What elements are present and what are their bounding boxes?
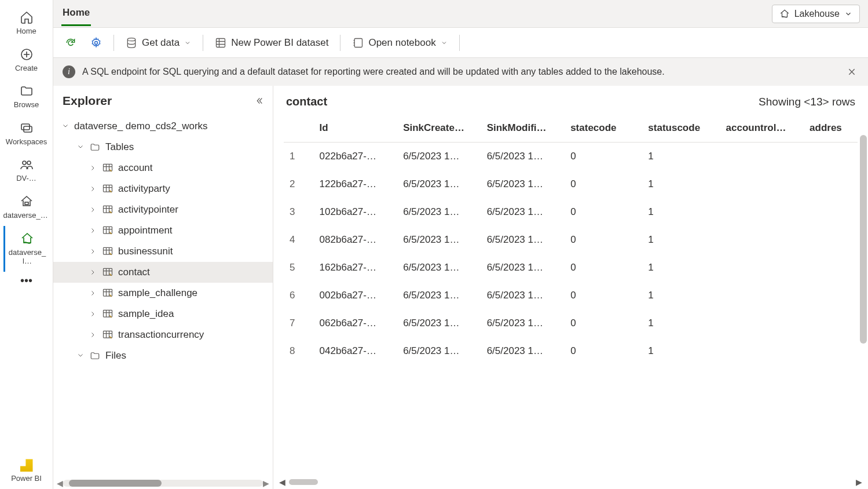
dataset-icon	[215, 37, 226, 49]
chevron-right-icon	[89, 206, 97, 213]
lakehouse-icon	[20, 232, 34, 246]
table-row[interactable]: 8042b6a27-…6/5/2023 1…6/5/2023 1…01	[284, 337, 858, 365]
rail-workspaces-label: Workspaces	[6, 137, 47, 147]
home-icon	[20, 10, 34, 24]
table-row[interactable]: 3102b6a27-…6/5/2023 1…6/5/2023 1…01	[284, 198, 858, 226]
column-header[interactable]: statecode	[565, 114, 642, 143]
rail-workspaces[interactable]: Workspaces	[3, 115, 50, 152]
refresh-button[interactable]	[59, 34, 82, 52]
lakehouse-selector[interactable]: Lakehouse	[772, 5, 860, 23]
chevron-right-icon	[89, 331, 97, 338]
data-pane: contact Showing <13> rows IdSinkCreate…S…	[273, 86, 868, 489]
row-number: 3	[284, 198, 314, 226]
rail-selected-lakehouse[interactable]: dataverse_ l…	[3, 226, 50, 272]
row-number: 6	[284, 282, 314, 309]
grid-scroll-area[interactable]: IdSinkCreate…SinkModifi…statecodestatusc…	[273, 114, 868, 475]
settings-button[interactable]	[85, 34, 108, 52]
explorer-scrollbar[interactable]: ◀ ▶	[53, 477, 273, 489]
rail-browse[interactable]: Browse	[3, 78, 50, 115]
cell: 1	[642, 309, 720, 337]
column-header[interactable]: statuscode	[642, 114, 720, 143]
tree-table-appointment[interactable]: appointment	[53, 220, 273, 241]
column-header[interactable]: Id	[314, 114, 398, 143]
row-number: 4	[284, 226, 314, 254]
table-row[interactable]: 6002b6a27-…6/5/2023 1…6/5/2023 1…01	[284, 282, 858, 309]
new-dataset-button[interactable]: New Power BI dataset	[209, 34, 334, 52]
tree-table-contact[interactable]: contact	[53, 262, 273, 283]
column-header[interactable]: addres	[804, 114, 858, 143]
scroll-right-icon: ▶	[263, 479, 269, 488]
tab-home[interactable]: Home	[61, 1, 91, 26]
cell: 6/5/2023 1…	[481, 337, 565, 365]
workspaces-icon	[20, 121, 34, 135]
cell	[720, 143, 804, 171]
table-row[interactable]: 2122b6a27-…6/5/2023 1…6/5/2023 1…01	[284, 170, 858, 198]
people-icon	[20, 158, 34, 171]
tree-table-transactioncurrency[interactable]: transactioncurrency	[53, 324, 273, 345]
column-header[interactable]: SinkModifi…	[481, 114, 565, 143]
cell	[804, 198, 858, 226]
cell: 6/5/2023 1…	[481, 143, 565, 171]
tree-tables[interactable]: Tables	[53, 137, 273, 158]
tree-table-businessunit[interactable]: businessunit	[53, 241, 273, 262]
column-header[interactable]: SinkCreate…	[397, 114, 481, 143]
horizontal-scrollbar[interactable]: ◀ ▶	[273, 475, 868, 489]
cell: 1	[642, 337, 720, 365]
table-row[interactable]: 5162b6a27-…6/5/2023 1…6/5/2023 1…01	[284, 254, 858, 282]
topbar: Home Lakehouse	[53, 0, 868, 28]
tree-table-activitypointer[interactable]: activitypointer	[53, 199, 273, 220]
tree-table-sample_idea[interactable]: sample_idea	[53, 304, 273, 324]
chevron-right-icon	[89, 165, 97, 171]
rail-more[interactable]: •••	[20, 274, 32, 287]
chevron-right-icon	[89, 227, 97, 234]
row-number: 1	[284, 143, 314, 171]
cell: 0	[565, 198, 642, 226]
cell: 6/5/2023 1…	[397, 170, 481, 198]
open-notebook-label: Open notebook	[368, 37, 435, 49]
banner-close-button[interactable]	[845, 65, 859, 79]
cell: 0	[565, 309, 642, 337]
rail-dv-label: DV-…	[16, 174, 36, 183]
rail-powerbi[interactable]: Power BI	[3, 453, 50, 489]
folder-icon	[89, 141, 101, 153]
collapse-explorer-button[interactable]	[254, 96, 263, 105]
table-label: transactioncurrency	[118, 329, 204, 341]
cell: 0	[565, 226, 642, 254]
cell	[720, 226, 804, 254]
cell: 042b6a27-…	[314, 337, 398, 365]
get-data-button[interactable]: Get data	[120, 34, 197, 52]
rail-dv-item[interactable]: DV-…	[3, 152, 50, 189]
cell: 6/5/2023 1…	[481, 309, 565, 337]
column-header[interactable]: accountrol…	[720, 114, 804, 143]
new-dataset-label: New Power BI dataset	[231, 37, 328, 49]
explorer-tree: dataverse_ demo_cds2_works Tables accoun…	[53, 112, 273, 477]
scroll-left-icon: ◀	[57, 479, 63, 488]
tree-files[interactable]: Files	[53, 345, 273, 366]
vertical-scrollbar[interactable]	[860, 135, 867, 344]
cell	[804, 282, 858, 309]
row-number: 2	[284, 170, 314, 198]
tree-table-sample_challenge[interactable]: sample_challenge	[53, 283, 273, 304]
cell: 6/5/2023 1…	[481, 282, 565, 309]
cell: 6/5/2023 1…	[397, 337, 481, 365]
rail-lakehouse-item[interactable]: dataverse_milindavdem…	[3, 189, 50, 226]
cell: 0	[565, 337, 642, 365]
svg-point-7	[127, 38, 135, 41]
open-notebook-button[interactable]: Open notebook	[346, 34, 453, 52]
table-label: activityparty	[118, 183, 170, 195]
rail-home[interactable]: Home	[3, 5, 50, 42]
tree-root[interactable]: dataverse_ demo_cds2_works	[53, 116, 273, 137]
table-row[interactable]: 7062b6a27-…6/5/2023 1…6/5/2023 1…01	[284, 309, 858, 337]
tree-table-account[interactable]: account	[53, 158, 273, 178]
rail-create[interactable]: Create	[3, 42, 50, 79]
chevron-down-icon	[441, 39, 448, 46]
cell	[804, 226, 858, 254]
chevron-right-icon	[89, 311, 97, 318]
table-label: activitypointer	[118, 204, 178, 216]
svg-rect-8	[217, 38, 225, 47]
table-row[interactable]: 4082b6a27-…6/5/2023 1…6/5/2023 1…01	[284, 226, 858, 254]
table-row[interactable]: 1022b6a27-…6/5/2023 1…6/5/2023 1…01	[284, 143, 858, 171]
svg-rect-5	[25, 202, 28, 205]
table-icon	[102, 246, 113, 257]
tree-table-activityparty[interactable]: activityparty	[53, 178, 273, 199]
